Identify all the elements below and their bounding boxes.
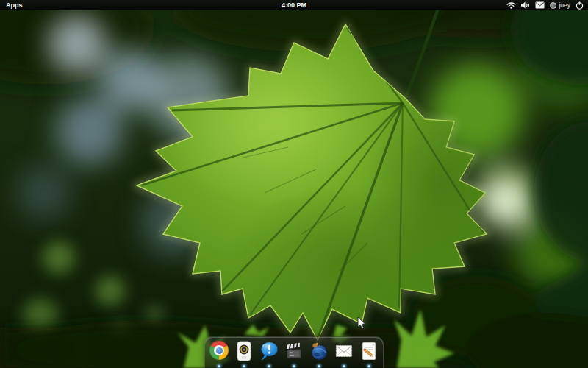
mail-indicator-icon[interactable]: [535, 1, 545, 9]
globe-app-icon: [309, 341, 329, 361]
running-indicator: [218, 365, 220, 367]
dock-item-music[interactable]: [233, 341, 255, 367]
wallpaper-maple-leaf: [0, 0, 588, 368]
wifi-icon[interactable]: [506, 1, 516, 9]
mail-envelope-icon: [334, 341, 354, 361]
clock[interactable]: 4:00 PM: [282, 0, 306, 10]
dock-item-chromium[interactable]: [208, 341, 230, 367]
running-indicator: [343, 365, 345, 367]
running-indicator: [293, 365, 295, 367]
dock-item-video[interactable]: [283, 341, 305, 367]
dock: [204, 336, 384, 368]
running-indicator: [243, 365, 245, 367]
user-avatar: [550, 2, 556, 9]
dock-item-mail[interactable]: [333, 341, 355, 367]
dock-item-globe[interactable]: [308, 341, 330, 367]
music-player-icon: [234, 341, 254, 361]
dock-item-editor[interactable]: [358, 341, 380, 367]
volume-icon[interactable]: [521, 1, 530, 9]
running-indicator: [268, 365, 270, 367]
chat-balloon-icon: [259, 341, 279, 361]
top-panel: Apps 4:00 PM: [0, 0, 588, 10]
chromium-browser-icon: [209, 341, 229, 360]
running-indicator: [318, 365, 320, 367]
text-editor-icon: [359, 341, 379, 361]
user-menu[interactable]: joey: [550, 1, 570, 9]
video-clapperboard-icon: [284, 341, 304, 361]
apps-menu-button[interactable]: Apps: [0, 1, 23, 9]
running-indicator: [368, 365, 370, 367]
dock-item-chat[interactable]: [258, 341, 280, 367]
desktop: Apps 4:00 PM: [0, 0, 588, 368]
system-tray: joey: [506, 0, 588, 10]
power-icon[interactable]: [576, 1, 584, 10]
user-name: joey: [559, 1, 570, 9]
